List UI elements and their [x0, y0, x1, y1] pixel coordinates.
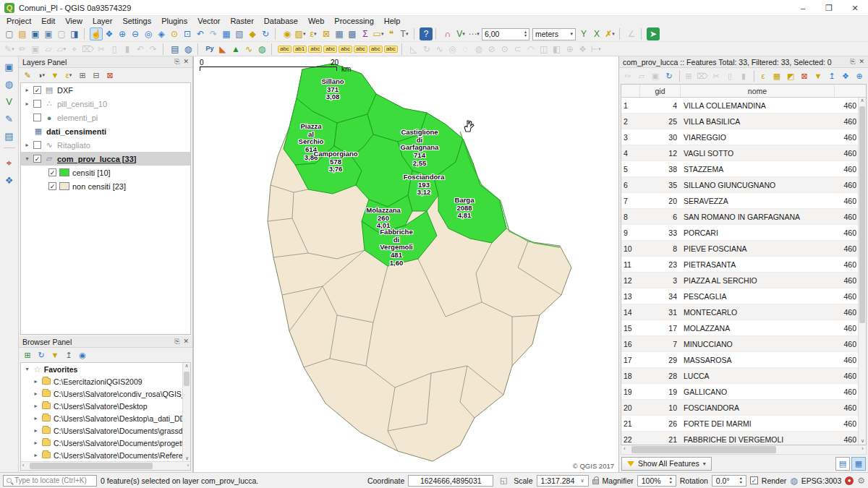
table-cut-button[interactable]: ✂	[710, 70, 723, 82]
row-number[interactable]: 16	[621, 340, 640, 348]
legend-item-censiti-10[interactable]: ✓censiti [10]	[21, 166, 190, 179]
simplify-feature-button[interactable]: ∿	[433, 43, 446, 56]
redo-button[interactable]: ↷	[147, 43, 160, 56]
statistics-button[interactable]: Σ	[359, 27, 372, 40]
label-pin-button[interactable]: abc	[307, 43, 323, 56]
browser-item-folder[interactable]: ▸C:\Users\Salvatore\condiv_rosa\QGIS_dat…	[21, 388, 190, 400]
table-zoom-to-selection-button[interactable]: ⊕	[853, 70, 866, 82]
filter-browser-button[interactable]: ▼	[48, 349, 61, 361]
zoom-out-button[interactable]: ⊖	[129, 27, 142, 40]
open-attribute-table-button[interactable]: ▦	[333, 27, 346, 40]
table-pan-to-selection-button[interactable]: ❖	[839, 70, 852, 82]
table-deselect-all-button[interactable]: ⊠	[798, 70, 811, 82]
grass-plugin-button[interactable]: ◣	[216, 43, 229, 56]
tracing-button[interactable]: ✗▾	[603, 27, 616, 40]
row-number[interactable]: 10	[621, 244, 640, 253]
layer-checkbox[interactable]	[33, 100, 41, 108]
profile-plugin-button[interactable]: ∿	[242, 43, 255, 56]
georeferencer-button[interactable]: ⌖	[2, 155, 17, 170]
browser-item-folder[interactable]: ▸C:\EsercitazioniQGIS2009	[21, 375, 190, 388]
menu-database[interactable]: Database	[259, 16, 303, 27]
measure-button[interactable]: ▭▾	[372, 27, 385, 40]
add-vector-layer-button[interactable]: V	[2, 94, 17, 108]
open-project-button[interactable]: ▤	[16, 27, 29, 40]
table-save-edits-button[interactable]: ▣	[649, 70, 662, 82]
zoom-to-layer-button[interactable]: ⊡	[181, 27, 194, 40]
save-project-as-button[interactable]: ▣	[42, 27, 55, 40]
row-number[interactable]: 8	[621, 213, 640, 221]
layer-item-dxf[interactable]: ▸✓▤DXF	[21, 83, 190, 97]
delete-part-button[interactable]: ⊙	[498, 43, 511, 56]
expand-all-button[interactable]: ⊞	[76, 69, 89, 82]
table-row[interactable]: 1919GALLICANO460	[621, 384, 866, 400]
save-layer-edits-button[interactable]: ▣	[29, 43, 42, 56]
label-show-hide-button[interactable]: abc	[338, 43, 353, 56]
refresh-browser-button[interactable]: ↻	[35, 349, 48, 361]
row-number[interactable]: 11	[621, 260, 640, 269]
snapping-tolerance-input[interactable]: 6,00▴▾	[482, 28, 529, 40]
maximize-button[interactable]: ❒	[816, 0, 842, 16]
row-number[interactable]: 4	[621, 149, 640, 158]
header-rownum[interactable]	[621, 85, 640, 97]
pan-map-button[interactable]: ☝	[90, 27, 103, 40]
menu-project[interactable]: Project	[1, 16, 36, 27]
row-number[interactable]: 19	[621, 388, 640, 396]
table-row[interactable]: 14VILLA COLLEMANDINA460	[621, 98, 866, 114]
add-spatialite-layer-button[interactable]: ◍	[2, 77, 17, 91]
table-row[interactable]: 123PIAZZA AL SERCHIO460	[621, 273, 866, 288]
label-rotate-button[interactable]: abc	[368, 43, 383, 56]
layer-item-pill-censiti-10[interactable]: ▸∴pill_censiti_10	[21, 97, 190, 111]
browser-horizontal-scrollbar[interactable]: ‹›	[21, 461, 190, 470]
label-properties-button[interactable]: abc	[383, 43, 399, 56]
browser-item-folder[interactable]: ▸C:\Users\Salvatore\Documents\progetti_q…	[21, 437, 190, 449]
row-number[interactable]: 22	[621, 435, 640, 444]
filter-legend-expression-button[interactable]: ε▾	[62, 69, 75, 82]
layers-panel-float-icon[interactable]: ⎘	[174, 58, 179, 66]
browser-vertical-scrollbar[interactable]: ∧∨	[182, 363, 190, 461]
saga-plugin-button[interactable]: ▲	[229, 43, 242, 56]
form-view-button[interactable]: ▤	[835, 457, 850, 471]
row-number[interactable]: 9	[621, 228, 640, 237]
collapse-all-button[interactable]: ⊟	[90, 69, 103, 82]
pan-to-selection-button[interactable]: ❖	[103, 27, 116, 40]
bookmarks-button[interactable]: ◆	[246, 27, 259, 40]
browser-item-folder[interactable]: ▸C:\Users\Salvatore\Documents\grassdata\…	[21, 424, 190, 437]
table-row[interactable]: 635SILLANO GIUNCUGNANO460	[621, 177, 866, 193]
trim-extend-button[interactable]: ⊢▾	[590, 43, 603, 56]
close-button[interactable]: ✕	[842, 0, 868, 16]
split-features-button[interactable]: ◧	[550, 43, 563, 56]
save-as-template-button[interactable]: ▢	[55, 27, 68, 40]
menu-edit[interactable]: Edit	[36, 16, 60, 27]
globe-plugin-button[interactable]: ◍	[255, 43, 268, 56]
row-number[interactable]: 1	[621, 101, 640, 110]
rotate-feature-button[interactable]: ↻	[420, 43, 433, 56]
new-map-view-button[interactable]: ▦	[220, 27, 233, 40]
zoom-full-button[interactable]: ◈	[155, 27, 168, 40]
advanced-digitizing-dropdown[interactable]: ⋯▾	[467, 27, 480, 40]
layer-checkbox[interactable]	[33, 141, 41, 149]
lock-scale-icon[interactable]	[592, 479, 599, 484]
menu-settings[interactable]: Settings	[117, 16, 156, 27]
layer-checkbox[interactable]	[33, 114, 41, 121]
table-row[interactable]: 2010FOSCIANDORA460	[621, 400, 866, 416]
manage-map-themes-button[interactable]: ◑▾	[35, 69, 48, 82]
grass-tools-button[interactable]: ➤	[647, 27, 660, 40]
magnifier-input[interactable]: 100%▴▾	[637, 475, 676, 487]
layer-item-ritagliato[interactable]: ▸∿Ritagliato	[21, 138, 190, 152]
table-row[interactable]: 225VILLA BASILICA460	[621, 114, 866, 129]
label-move-button[interactable]: abc	[353, 43, 368, 56]
attribute-table-horizontal-scrollbar[interactable]: ‹›	[621, 445, 867, 455]
menu-view[interactable]: View	[60, 16, 88, 27]
row-number[interactable]: 5	[621, 165, 640, 174]
copy-features-button[interactable]: ▯	[108, 43, 121, 56]
table-row[interactable]: 1828LUCCA460	[621, 368, 866, 384]
row-number[interactable]: 12	[621, 276, 640, 285]
help-button[interactable]: ?	[420, 27, 433, 40]
undo-button[interactable]: ↶	[134, 43, 147, 56]
add-selected-layers-button[interactable]: ⊞	[21, 349, 34, 361]
add-ring-button[interactable]: ◎	[446, 43, 459, 56]
offset-curve-button[interactable]: ⊂	[511, 43, 524, 56]
legend-checkbox[interactable]: ✓	[48, 168, 56, 176]
table-view-button[interactable]: ▦	[851, 457, 866, 471]
layer-item-dati-censimenti[interactable]: ▦dati_censimenti	[21, 124, 190, 138]
